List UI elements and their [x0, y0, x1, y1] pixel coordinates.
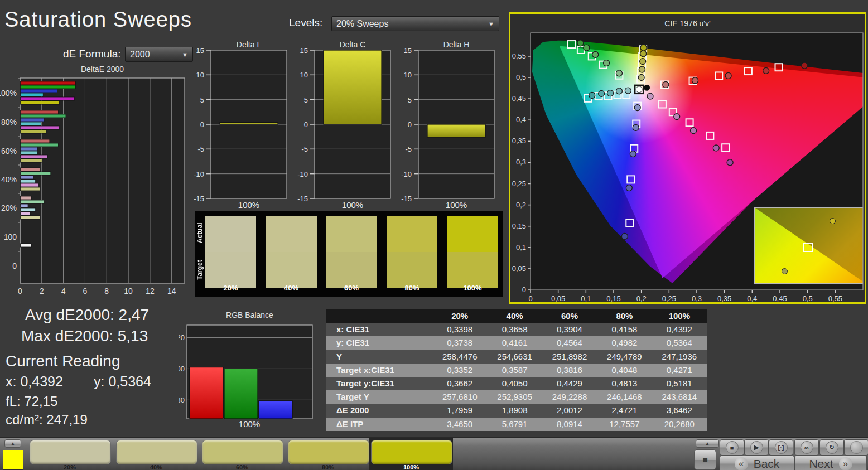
svg-text:100: 100 [4, 232, 17, 241]
patch-button-80%[interactable]: 80% [286, 438, 370, 470]
swatch-level-label: 60% [326, 284, 377, 292]
svg-text:0,15: 0,15 [606, 294, 620, 302]
levels-dropdown[interactable]: 20% Sweeps ▼ [331, 16, 499, 31]
patch-button-40%[interactable]: 40% [114, 438, 198, 470]
svg-text:0,35: 0,35 [512, 137, 526, 145]
svg-text:0: 0 [408, 120, 412, 129]
rgb-balance-chart: RGB Balance 80100120100% [179, 310, 318, 430]
svg-text:0,3: 0,3 [692, 294, 702, 302]
svg-text:0,25: 0,25 [662, 294, 676, 302]
play-button[interactable]: ▶ [744, 439, 769, 456]
record-button[interactable] [844, 439, 868, 456]
table-cell: 249,2288 [542, 390, 597, 404]
svg-text:0,5: 0,5 [803, 294, 813, 302]
delta-c-chart-title: Delta C [315, 40, 390, 49]
actual-swatch [266, 216, 317, 252]
patch-swatch [288, 440, 369, 464]
svg-text:15: 15 [404, 46, 412, 55]
table-cell: 0,5364 [652, 336, 707, 350]
svg-text:0,45: 0,45 [773, 294, 787, 302]
svg-text:5: 5 [304, 96, 308, 104]
table-cell: 0,3587 [487, 364, 542, 377]
svg-text:0,55: 0,55 [512, 52, 526, 60]
table-row: x: CIE310,33980,36580,39040,41580,4392 [326, 323, 707, 336]
table-header-row: 20%40%60%80%100% [326, 309, 707, 323]
actual-swatch [447, 216, 498, 252]
up-arrow-icon: ▲ [11, 441, 15, 446]
cie-plot-area [531, 33, 863, 290]
table-cell: 0,3352 [432, 364, 487, 377]
svg-text:0,45: 0,45 [512, 94, 526, 103]
table-cell: 0,3662 [432, 377, 487, 390]
stop-icon: ■ [726, 441, 739, 454]
table-cell: 249,4789 [597, 350, 652, 364]
inset-measured-dot [830, 218, 836, 224]
stop-button[interactable]: ■ [720, 439, 744, 456]
svg-text:-5: -5 [301, 145, 308, 153]
table-row: ΔE ITP3,46505,67918,091412,755720,2680 [326, 418, 707, 431]
swatch-compare-60%: 60% [326, 211, 377, 297]
svg-text:0,05: 0,05 [551, 294, 565, 302]
stop-patches-button[interactable]: ■ [694, 449, 716, 470]
patch-swatch [202, 440, 283, 464]
de-formula-label: dE Formula: [63, 48, 120, 60]
table-cell: 252,9305 [487, 390, 542, 404]
table-cell: 257,6810 [432, 390, 487, 404]
target-row-label: Target [196, 251, 205, 288]
patch-button-60%[interactable]: 60% [200, 438, 284, 470]
collapse-controls-button[interactable]: ▲ [696, 439, 719, 448]
table-cell: 251,8982 [542, 350, 597, 364]
svg-text:8: 8 [104, 287, 109, 294]
cie-zoom-inset [754, 207, 863, 284]
table-cell: 3,4650 [432, 418, 487, 431]
table-row: y: CIE310,37380,41610,45640,49820,5364 [326, 336, 707, 350]
table-column-header: 20% [432, 309, 487, 323]
svg-text:0,1: 0,1 [581, 294, 591, 302]
table-column-header: 60% [542, 309, 597, 323]
table-row: Y258,4476254,6631251,8982249,4789247,193… [326, 350, 707, 364]
svg-text:0,5: 0,5 [516, 73, 526, 81]
table-cell: 0,4161 [487, 336, 542, 350]
table-row: Target y:CIE310,36620,40500,44290,48130,… [326, 377, 707, 390]
measure-button[interactable]: [·] [769, 439, 793, 456]
actual-swatch [326, 216, 377, 252]
collapse-panel-button[interactable]: ▲ [4, 439, 21, 448]
cie-chart-panel[interactable]: CIE 1976 u'v' 00,050,10,150,20,250,30,35… [509, 12, 866, 304]
swatch-compare-40%: 40% [266, 211, 317, 297]
continuous-icon: ∞ [801, 441, 813, 454]
svg-text:0: 0 [12, 261, 17, 270]
table-column-header: 80% [597, 309, 652, 323]
svg-text:0: 0 [200, 120, 204, 129]
swatch-compare-100%: 100% [447, 211, 498, 297]
svg-text:2: 2 [40, 287, 44, 294]
back-button[interactable]: « Back [720, 456, 794, 470]
next-button[interactable]: Next » [794, 456, 867, 470]
svg-text:-10: -10 [297, 170, 308, 178]
patch-label: 40% [114, 464, 198, 470]
patch-label: 60% [200, 464, 284, 470]
delta-h-chart-title: Delta H [418, 40, 494, 49]
avg-de2000-stat: Avg dE2000: 2,47 [25, 306, 149, 324]
table-row-label: ΔE 2000 [326, 404, 432, 417]
table-row: Target Y257,6810252,9305249,2288246,1468… [326, 390, 707, 404]
svg-text:60%: 60% [1, 147, 17, 156]
back-chevron-icon: « [735, 457, 748, 470]
table-row-label: Target x:CIE31 [326, 364, 432, 377]
levels-value: 20% Sweeps [336, 19, 388, 29]
de-formula-value: 2000 [130, 50, 150, 60]
table-cell: 2,0012 [542, 404, 597, 417]
target-swatch [387, 252, 437, 288]
svg-text:0,05: 0,05 [512, 264, 526, 273]
patch-button-100%[interactable]: 100% [369, 438, 453, 470]
current-reading-label: Current Reading [6, 352, 120, 370]
table-cell: 0,5181 [652, 377, 707, 390]
svg-text:0,2: 0,2 [636, 294, 647, 302]
patch-button-20%[interactable]: 20% [28, 438, 112, 470]
svg-text:15: 15 [196, 46, 204, 55]
current-patch-swatch [3, 450, 23, 470]
continuous-button[interactable]: ∞ [794, 439, 819, 456]
loop-button[interactable]: ↻ [819, 439, 844, 456]
table-cell: 8,0914 [542, 418, 597, 431]
delta-c-chart: Delta C -15-10-5051015100% [284, 39, 396, 210]
current-x-value: x: 0,4392 [6, 374, 63, 390]
